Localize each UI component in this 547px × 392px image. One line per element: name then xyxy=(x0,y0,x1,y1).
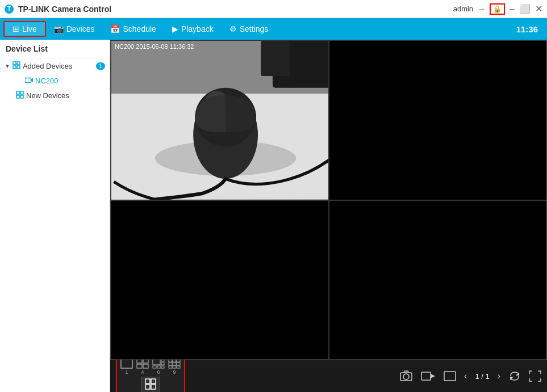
camera-cell-1[interactable]: NC200 2015-06-08 11:36:32 xyxy=(111,40,329,200)
nav-settings-label: Settings xyxy=(240,24,269,33)
svg-rect-37 xyxy=(169,366,172,368)
device-nc200[interactable]: NC200 xyxy=(0,74,110,88)
layout-9-button[interactable]: 9 xyxy=(168,359,181,375)
user-label: admin xyxy=(453,5,473,13)
nav-schedule-label: Schedule xyxy=(123,24,156,33)
camera-area: NC200 2015-06-08 11:36:32 1 xyxy=(110,40,547,392)
nav-settings[interactable]: ⚙ Settings xyxy=(222,22,277,36)
layout-grid-active-button[interactable] xyxy=(141,377,160,393)
svg-rect-38 xyxy=(173,366,176,368)
svg-rect-39 xyxy=(177,366,180,368)
live-icon: ⊞ xyxy=(12,24,19,33)
svg-rect-48 xyxy=(444,372,456,381)
title-bar: T TP-LINK Camera Control admin → 🔒 – ⬜ ✕ xyxy=(0,0,547,18)
restore-button[interactable]: ⬜ xyxy=(519,3,531,14)
app-title-area: T TP-LINK Camera Control xyxy=(5,5,111,14)
layout-4-button[interactable]: 4 xyxy=(136,359,149,375)
layout-1-label: 1 xyxy=(125,369,128,375)
fullscreen-button[interactable] xyxy=(529,370,541,382)
fullscreen-cam-button[interactable] xyxy=(444,371,456,381)
camera-grid: NC200 2015-06-08 11:36:32 xyxy=(110,40,547,360)
playback-icon: ▶ xyxy=(172,24,178,33)
svg-rect-30 xyxy=(161,366,164,368)
added-devices-label: Added Devices xyxy=(23,62,94,70)
bottom-controls: ‹ 1 / 1 › xyxy=(399,370,541,382)
new-devices-icon xyxy=(16,91,24,100)
svg-rect-3 xyxy=(17,66,20,69)
layout-9-label: 9 xyxy=(173,369,176,375)
svg-rect-27 xyxy=(161,363,164,365)
main-content: Device List ▼ Added Devices 1 NC200 New … xyxy=(0,40,547,392)
svg-rect-42 xyxy=(145,385,150,389)
next-page-button[interactable]: › xyxy=(498,371,500,381)
nav-live-label: Live xyxy=(22,24,37,33)
layout-top-row: 1 4 xyxy=(120,359,181,375)
device-group-icon xyxy=(12,61,20,71)
svg-rect-41 xyxy=(151,379,156,383)
nav-schedule[interactable]: 📅 Schedule xyxy=(102,22,164,36)
new-devices-group[interactable]: New Devices xyxy=(0,88,110,103)
screenshot-button[interactable] xyxy=(399,370,413,382)
refresh-button[interactable] xyxy=(508,370,521,382)
svg-rect-34 xyxy=(169,363,172,365)
nav-devices[interactable]: 📷 Devices xyxy=(46,22,103,36)
page-info: 1 / 1 xyxy=(475,372,489,381)
svg-rect-40 xyxy=(145,379,150,383)
svg-rect-7 xyxy=(20,91,23,94)
prev-page-button[interactable]: ‹ xyxy=(464,371,467,381)
added-devices-group[interactable]: ▼ Added Devices 1 xyxy=(0,58,110,74)
title-controls: admin → 🔒 – ⬜ ✕ xyxy=(453,3,542,15)
svg-rect-8 xyxy=(16,95,19,98)
bottom-bar: 1 4 xyxy=(110,360,547,392)
camera-cell-4[interactable] xyxy=(329,200,547,360)
nc200-label: NC200 xyxy=(35,77,58,85)
layout-bottom-row xyxy=(120,377,181,393)
close-button[interactable]: ✕ xyxy=(535,3,542,14)
svg-rect-1 xyxy=(17,62,20,65)
minimize-button[interactable]: – xyxy=(510,4,515,14)
new-devices-label: New Devices xyxy=(26,91,105,100)
svg-rect-2 xyxy=(13,66,16,69)
page-nav: 1 / 1 xyxy=(475,372,489,381)
camera-cell-3[interactable] xyxy=(111,200,329,360)
camera-timestamp-1: NC200 2015-06-08 11:36:32 xyxy=(115,43,194,50)
collapse-icon: ▼ xyxy=(5,63,10,69)
svg-rect-6 xyxy=(16,91,19,94)
svg-rect-43 xyxy=(151,385,156,389)
nav-live[interactable]: ⊞ Live xyxy=(3,21,46,37)
svg-rect-35 xyxy=(173,363,176,365)
sidebar: Device List ▼ Added Devices 1 NC200 New … xyxy=(0,40,110,392)
svg-rect-9 xyxy=(20,95,23,98)
current-time: 11:36 xyxy=(516,24,544,34)
camera-cell-2[interactable] xyxy=(329,40,547,200)
layout-4-label: 4 xyxy=(141,369,144,375)
svg-rect-20 xyxy=(121,359,132,368)
svg-rect-23 xyxy=(137,364,142,368)
nav-playback-label: Playback xyxy=(181,24,214,33)
lock-button[interactable]: 🔒 xyxy=(490,3,505,15)
added-devices-badge: 1 xyxy=(96,62,105,70)
svg-rect-25 xyxy=(153,359,160,365)
svg-rect-24 xyxy=(143,364,148,368)
settings-icon: ⚙ xyxy=(229,24,237,33)
svg-rect-36 xyxy=(177,363,180,365)
login-icon: → xyxy=(478,5,485,13)
devices-icon: 📷 xyxy=(54,24,64,33)
layout-selector: 1 4 xyxy=(116,355,185,393)
svg-rect-19 xyxy=(261,41,290,76)
app-title: TP-LINK Camera Control xyxy=(18,5,111,14)
nav-bar: ⊞ Live 📷 Devices 📅 Schedule ▶ Playback ⚙… xyxy=(0,18,547,40)
record-button[interactable] xyxy=(421,371,436,381)
svg-marker-47 xyxy=(431,374,435,378)
svg-rect-29 xyxy=(157,366,161,368)
schedule-icon: 📅 xyxy=(110,24,120,33)
nav-devices-label: Devices xyxy=(66,24,95,33)
layout-6-button[interactable]: 6 xyxy=(152,359,165,375)
nav-playback[interactable]: ▶ Playback xyxy=(164,22,222,36)
svg-rect-28 xyxy=(153,366,156,368)
camera-feed-1 xyxy=(111,41,328,200)
svg-point-44 xyxy=(403,374,409,380)
camera-icon xyxy=(25,77,33,85)
app-logo: T xyxy=(5,5,14,14)
layout-1-button[interactable]: 1 xyxy=(120,359,133,375)
